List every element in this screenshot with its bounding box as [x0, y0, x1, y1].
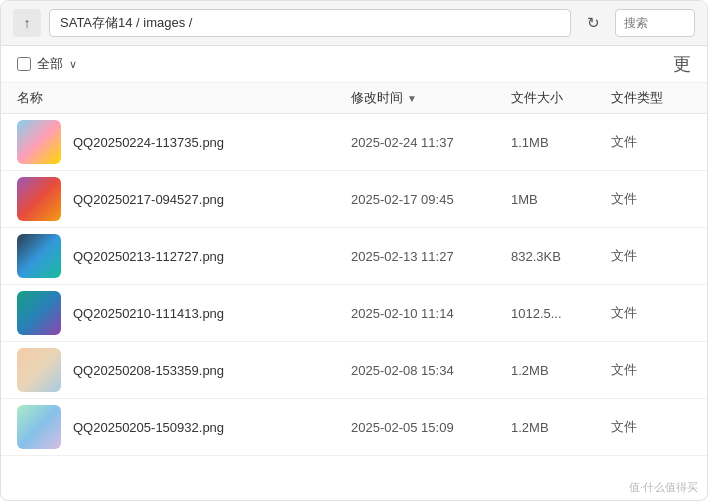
- file-type: 文件: [611, 133, 691, 151]
- file-row[interactable]: QQ20250205-150932.png 2025-02-05 15:09 1…: [1, 399, 707, 456]
- file-row[interactable]: QQ20250224-113735.png 2025-02-24 11:37 1…: [1, 114, 707, 171]
- file-size: 1.1MB: [511, 135, 611, 150]
- col-name-header: 名称: [17, 89, 351, 107]
- file-size: 1.2MB: [511, 363, 611, 378]
- select-all-label: 全部: [37, 55, 63, 73]
- file-row[interactable]: QQ20250208-153359.png 2025-02-08 15:34 1…: [1, 342, 707, 399]
- file-thumbnail: [17, 120, 61, 164]
- file-date: 2025-02-08 15:34: [351, 363, 511, 378]
- col-size-header: 文件大小: [511, 89, 611, 107]
- file-size: 1.2MB: [511, 420, 611, 435]
- file-name: QQ20250210-111413.png: [73, 306, 351, 321]
- select-dropdown-button[interactable]: ∨: [69, 58, 77, 71]
- file-date: 2025-02-17 09:45: [351, 192, 511, 207]
- select-all-checkbox[interactable]: [17, 57, 31, 71]
- table-header: 名称 修改时间 ▼ 文件大小 文件类型: [1, 83, 707, 114]
- dropdown-icon: ∨: [69, 58, 77, 70]
- col-date-header[interactable]: 修改时间 ▼: [351, 89, 511, 107]
- path-text: SATA存储14 / images /: [60, 14, 192, 32]
- file-date: 2025-02-24 11:37: [351, 135, 511, 150]
- file-name: QQ20250208-153359.png: [73, 363, 351, 378]
- select-bar: 全部 ∨ 更: [1, 46, 707, 83]
- col-type-header: 文件类型: [611, 89, 691, 107]
- up-icon: ↑: [24, 15, 31, 31]
- file-thumbnail: [17, 234, 61, 278]
- sort-icon: ▼: [407, 93, 417, 104]
- watermark: 值·什么值得买: [629, 480, 698, 495]
- path-bar: SATA存储14 / images /: [49, 9, 571, 37]
- file-type: 文件: [611, 304, 691, 322]
- file-row[interactable]: QQ20250210-111413.png 2025-02-10 11:14 1…: [1, 285, 707, 342]
- file-date: 2025-02-13 11:27: [351, 249, 511, 264]
- file-row[interactable]: QQ20250217-094527.png 2025-02-17 09:45 1…: [1, 171, 707, 228]
- file-thumbnail: [17, 291, 61, 335]
- top-right-more-button[interactable]: 更: [673, 52, 691, 76]
- file-name: QQ20250217-094527.png: [73, 192, 351, 207]
- file-name: QQ20250224-113735.png: [73, 135, 351, 150]
- file-type: 文件: [611, 247, 691, 265]
- top-bar: ↑ SATA存储14 / images / ↻: [1, 1, 707, 46]
- file-thumbnail: [17, 177, 61, 221]
- file-size: 832.3KB: [511, 249, 611, 264]
- file-date: 2025-02-10 11:14: [351, 306, 511, 321]
- file-size: 1012.5...: [511, 306, 611, 321]
- more-icon: 更: [673, 54, 691, 74]
- file-size: 1MB: [511, 192, 611, 207]
- search-input[interactable]: [615, 9, 695, 37]
- file-thumbnail: [17, 348, 61, 392]
- file-row[interactable]: QQ20250213-112727.png 2025-02-13 11:27 8…: [1, 228, 707, 285]
- file-type: 文件: [611, 190, 691, 208]
- nav-up-button[interactable]: ↑: [13, 9, 41, 37]
- file-thumbnail: [17, 405, 61, 449]
- file-type: 文件: [611, 418, 691, 436]
- refresh-button[interactable]: ↻: [579, 9, 607, 37]
- file-type: 文件: [611, 361, 691, 379]
- file-date: 2025-02-05 15:09: [351, 420, 511, 435]
- file-list: QQ20250224-113735.png 2025-02-24 11:37 1…: [1, 114, 707, 456]
- file-name: QQ20250205-150932.png: [73, 420, 351, 435]
- file-name: QQ20250213-112727.png: [73, 249, 351, 264]
- refresh-icon: ↻: [587, 14, 600, 32]
